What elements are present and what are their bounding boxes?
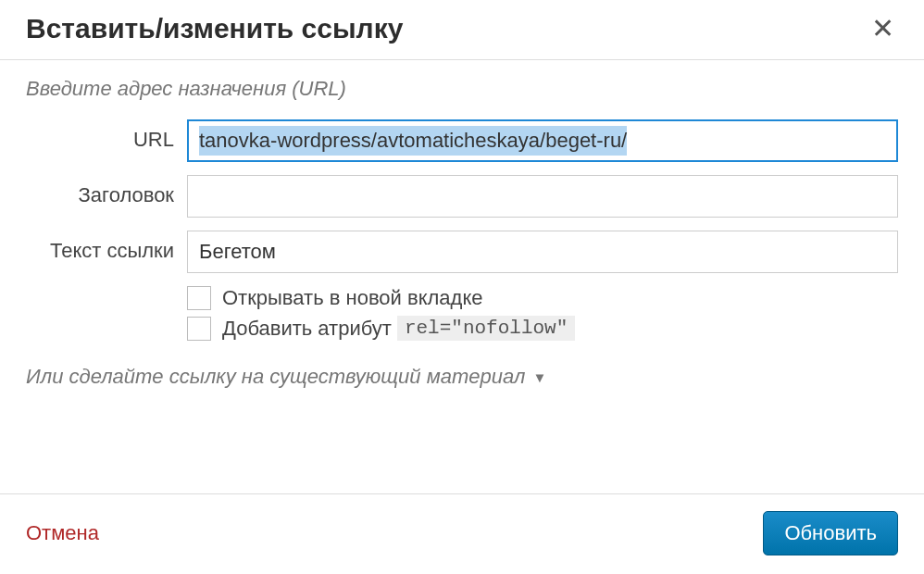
nofollow-checkbox-label-prefix: Добавить атрибут xyxy=(222,317,392,341)
title-input[interactable] xyxy=(187,175,898,218)
dialog-title: Вставить/изменить ссылку xyxy=(26,13,403,44)
cancel-button[interactable]: Отмена xyxy=(26,521,99,545)
url-input-value: tanovka-wordpress/avtomaticheskaya/beget… xyxy=(199,126,627,156)
nofollow-code: rel="nofollow" xyxy=(397,316,575,341)
title-row: Заголовок xyxy=(26,175,898,218)
url-row: URL tanovka-wordpress/avtomaticheskaya/b… xyxy=(26,119,898,162)
nofollow-checkbox[interactable] xyxy=(187,317,211,341)
link-text-row: Текст ссылки xyxy=(26,231,898,273)
dialog-header: Вставить/изменить ссылку ✕ xyxy=(0,0,924,60)
new-tab-checkbox-label: Открывать в новой вкладке xyxy=(222,286,483,310)
url-input[interactable]: tanovka-wordpress/avtomaticheskaya/beget… xyxy=(187,119,898,162)
link-text-label: Текст ссылки xyxy=(26,231,187,264)
nofollow-checkbox-row[interactable]: Добавить атрибут rel="nofollow" xyxy=(187,316,898,341)
chevron-down-icon: ▼ xyxy=(532,369,546,385)
section-label: Введите адрес назначения (URL) xyxy=(26,77,898,101)
submit-button[interactable]: Обновить xyxy=(763,511,898,555)
new-tab-checkbox-row[interactable]: Открывать в новой вкладке xyxy=(187,286,898,310)
existing-link-label: Или сделайте ссылку на существующий мате… xyxy=(26,365,525,389)
dialog-footer: Отмена Обновить xyxy=(0,493,924,574)
close-icon[interactable]: ✕ xyxy=(868,15,898,43)
new-tab-checkbox[interactable] xyxy=(187,286,211,310)
url-label: URL xyxy=(26,119,187,153)
existing-link-toggle[interactable]: Или сделайте ссылку на существующий мате… xyxy=(26,365,898,389)
dialog-body: Введите адрес назначения (URL) URL tanov… xyxy=(0,60,924,493)
link-text-input[interactable] xyxy=(187,231,898,273)
insert-link-dialog: Вставить/изменить ссылку ✕ Введите адрес… xyxy=(0,0,924,574)
title-label: Заголовок xyxy=(26,175,187,208)
